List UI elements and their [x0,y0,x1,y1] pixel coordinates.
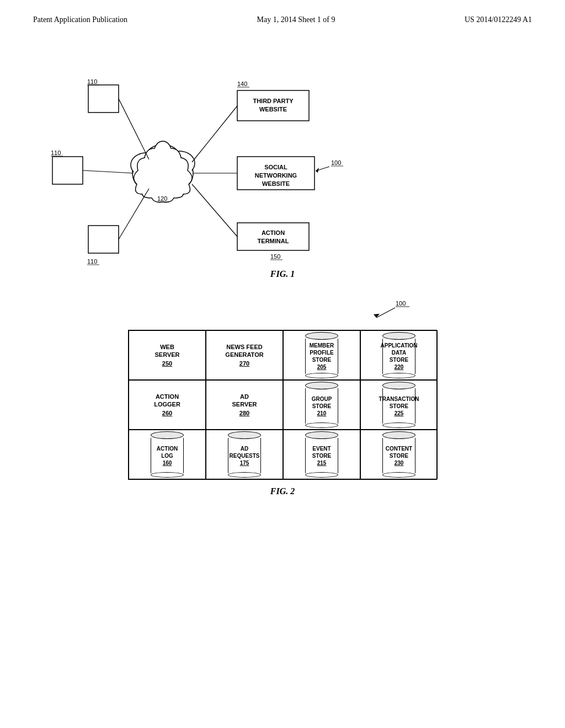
group-store: GROUPSTORE210 [283,380,360,430]
svg-text:THIRD PARTY: THIRD PARTY [253,98,294,104]
svg-text:SOCIAL: SOCIAL [264,164,287,170]
content-store: CONTENTSTORE230 [360,430,438,479]
svg-text:WEBSITE: WEBSITE [259,106,287,113]
svg-text:ACTION: ACTION [262,229,285,236]
app-data-store: APPLICATIONDATA STORE220 [360,330,438,380]
fig1-diagram: THIRD PARTY WEBSITE SOCIAL NETWORKING WE… [0,41,565,283]
action-logger: ACTIONLOGGER260 [129,380,206,430]
svg-text:TERMINAL: TERMINAL [258,238,289,244]
svg-text:100: 100 [396,300,406,307]
svg-rect-1 [52,157,83,184]
svg-text:150: 150 [270,253,280,260]
svg-rect-0 [88,85,119,113]
transaction-store: TRANSACTIONSTORE225 [360,380,438,430]
svg-text:110: 110 [87,78,97,85]
svg-line-23 [119,189,149,239]
fig2-label: FIG. 2 [0,486,565,496]
fig2-grid: WEBSERVER250NEWS FEEDGENERATOR270MEMBERP… [67,330,498,480]
svg-text:100: 100 [331,159,341,166]
header-left: Patent Application Publication [33,15,127,24]
page-header: Patent Application Publication May 1, 20… [0,0,565,24]
action-log: ACTIONLOG160 [129,430,206,479]
svg-text:110: 110 [51,149,61,156]
svg-text:120: 120 [157,195,167,202]
fig2-diagram: 100 WEBSERVER250NEWS FEEDGENERATOR270MEM… [0,295,565,496]
event-store: EVENTSTORE215 [283,430,360,479]
svg-text:WEBSITE: WEBSITE [262,180,290,187]
svg-line-45 [376,308,395,318]
ad-requests: ADREQUESTS175 [206,430,283,479]
svg-line-21 [119,99,149,159]
member-profile: MEMBERPROFILE STORE205 [283,330,360,380]
ad-server: ADSERVER280 [206,380,283,430]
svg-line-22 [83,170,134,173]
svg-marker-46 [374,314,380,318]
news-feed-gen: NEWS FEEDGENERATOR270 [206,330,283,380]
header-right: US 2014/0122249 A1 [465,15,532,24]
svg-text:NETWORKING: NETWORKING [255,172,297,179]
svg-rect-2 [88,226,119,253]
svg-line-26 [192,184,237,237]
header-center: May 1, 2014 Sheet 1 of 9 [257,15,335,24]
svg-text:140: 140 [237,81,247,87]
web-server: WEBSERVER250 [129,330,206,380]
svg-rect-18 [237,223,309,250]
svg-text:110: 110 [87,258,97,265]
svg-line-24 [192,106,237,162]
